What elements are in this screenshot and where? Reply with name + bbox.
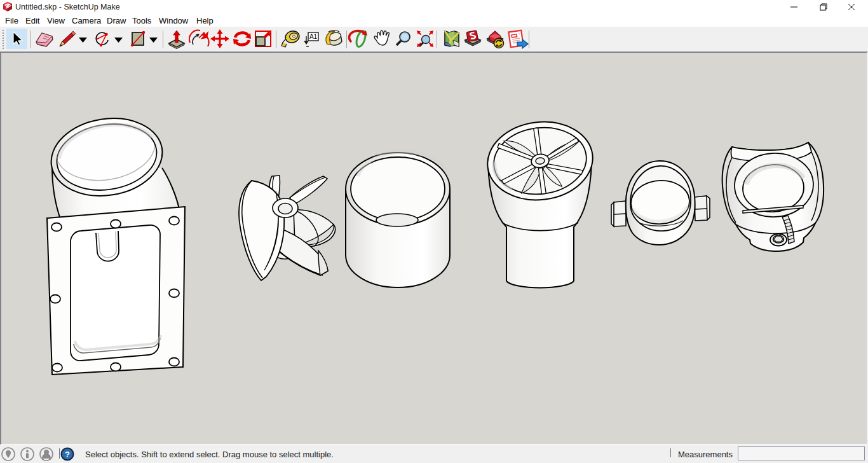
svg-text:?: ?	[65, 450, 70, 459]
svg-text:A1: A1	[309, 33, 318, 40]
